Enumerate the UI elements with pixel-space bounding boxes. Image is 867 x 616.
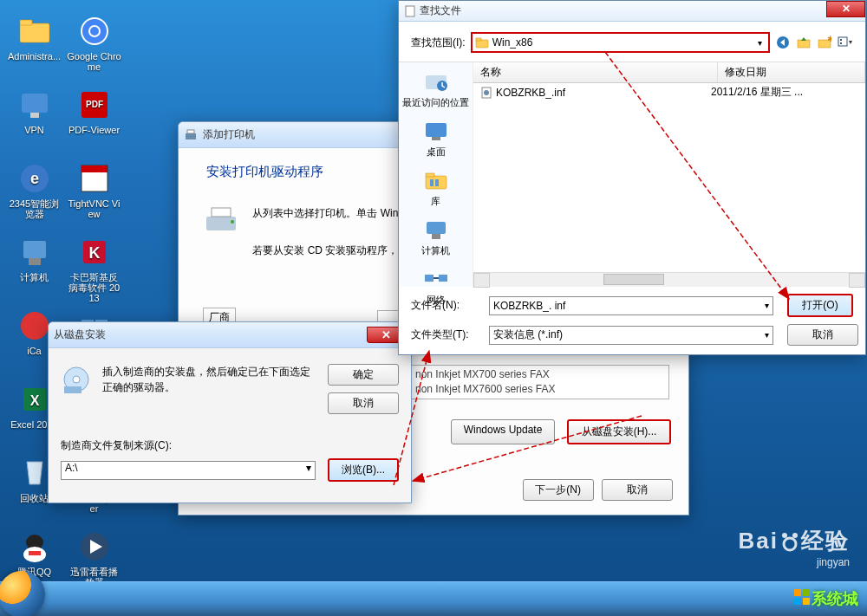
svg-rect-58 [426, 123, 447, 137]
wizard-line1: 从列表中选择打印机。单击 Win [252, 207, 398, 219]
svg-rect-64 [427, 222, 446, 234]
watermark-baidu: Bai经验 jingyan [739, 526, 850, 568]
svg-rect-53 [840, 39, 842, 41]
horizontal-scrollbar[interactable] [473, 272, 865, 287]
filetype-label: 文件类型(T): [411, 327, 480, 342]
desktop-icon[interactable]: Administra... [6, 13, 62, 78]
svg-rect-48 [798, 40, 810, 48]
window-title: 从磁盘安装 [54, 327, 106, 342]
printer-list-item[interactable]: non Inkjet MX700 series FAX [415, 367, 663, 382]
chevron-down-icon[interactable]: ▾ [765, 301, 769, 310]
svg-rect-44 [476, 40, 488, 48]
open-button[interactable]: 打开(O) [787, 294, 853, 317]
svg-text:e: e [29, 170, 38, 187]
column-name[interactable]: 名称 [473, 62, 718, 82]
view-menu-icon[interactable] [838, 35, 853, 50]
cancel-button[interactable]: 取消 [328, 392, 399, 414]
source-combobox[interactable]: A:\▾ [61, 461, 316, 480]
desktop-icon[interactable]: Google Chrome [66, 13, 122, 78]
printer-list-item[interactable]: non Inkjet MX7600 series FAX [415, 382, 663, 397]
up-icon[interactable] [796, 35, 812, 50]
place-libraries[interactable]: 库 [399, 165, 473, 214]
svg-rect-38 [212, 208, 231, 217]
svg-rect-43 [406, 6, 414, 16]
printer-large-icon [203, 204, 239, 237]
filename-label: 文件名(N): [411, 298, 480, 313]
find-file-dialog: 查找文件 ✕ 查找范围(I): Win_x86 ▾ ✱ 最近访问的位置 桌面 库… [398, 0, 866, 355]
window-title: 添加打印机 [203, 127, 255, 142]
list-header[interactable]: 名称 修改日期 [473, 62, 865, 83]
disc-icon [61, 364, 92, 414]
svg-rect-35 [186, 133, 196, 139]
svg-point-41 [73, 376, 80, 383]
filetype-combobox[interactable]: 安装信息 (*.inf)▾ [489, 326, 773, 345]
printer-list[interactable]: non Inkjet MX700 series FAX non Inkjet M… [409, 365, 669, 399]
svg-rect-66 [425, 275, 434, 282]
desktop-icon[interactable]: VPN [6, 87, 62, 152]
filename-combobox[interactable]: KOBZRKB_. inf▾ [489, 296, 773, 315]
svg-rect-67 [439, 275, 447, 282]
titlebar[interactable]: 从磁盘安装 ✕ [49, 322, 411, 348]
svg-rect-30 [29, 551, 41, 555]
ok-button[interactable]: 确定 [328, 364, 399, 386]
chevron-down-icon[interactable]: ▾ [754, 38, 766, 48]
next-button[interactable]: 下一步(N) [523, 479, 594, 501]
svg-text:PDF: PDF [86, 100, 103, 109]
svg-rect-61 [426, 173, 434, 177]
svg-rect-81 [803, 598, 810, 605]
svg-point-70 [484, 90, 489, 95]
svg-rect-45 [476, 38, 481, 41]
lookin-combobox[interactable]: Win_x86 ▾ [471, 32, 770, 53]
svg-rect-80 [794, 598, 801, 605]
svg-text:X: X [29, 393, 39, 408]
lookin-label: 查找范围(I): [411, 36, 466, 50]
cancel-button[interactable]: 取消 [602, 479, 673, 501]
printer-icon [184, 128, 198, 142]
wizard-line2: 若要从安装 CD 安装驱动程序， [252, 244, 398, 256]
close-icon[interactable]: ✕ [826, 1, 865, 17]
place-recent[interactable]: 最近访问的位置 [399, 66, 473, 115]
start-button[interactable] [0, 571, 45, 616]
svg-rect-63 [435, 179, 439, 186]
svg-marker-49 [801, 37, 806, 41]
svg-rect-42 [64, 386, 81, 393]
place-computer[interactable]: 计算机 [399, 214, 473, 263]
desktop-icon[interactable]: e2345智能浏览器 [6, 160, 62, 225]
install-from-disk-dialog: 从磁盘安装 ✕ 插入制造商的安装盘，然后确定已在下面选定正确的驱动器。 确定 取… [48, 321, 412, 503]
svg-rect-0 [20, 23, 49, 42]
desktop-icon[interactable]: K卡巴斯基反病毒软件 2013 [66, 234, 122, 299]
inf-file-icon [480, 87, 492, 99]
folder-icon [475, 36, 489, 49]
svg-rect-54 [840, 42, 842, 44]
svg-rect-79 [803, 589, 810, 596]
svg-point-18 [21, 312, 49, 340]
new-folder-icon[interactable]: ✱ [817, 35, 832, 50]
svg-rect-52 [838, 37, 847, 46]
disk-message: 插入制造商的安装盘，然后确定已在下面选定正确的驱动器。 [102, 364, 310, 414]
cancel-button[interactable]: 取消 [787, 324, 858, 346]
window-title: 查找文件 [420, 3, 461, 18]
back-icon[interactable] [775, 35, 791, 50]
svg-rect-62 [430, 179, 434, 186]
desktop-icon[interactable]: 计算机 [6, 234, 62, 299]
windows-update-button[interactable]: Windows Update [451, 419, 555, 444]
titlebar[interactable]: 查找文件 ✕ [399, 1, 865, 22]
chevron-down-icon[interactable]: ▾ [765, 330, 769, 340]
svg-text:✱: ✱ [827, 36, 831, 43]
place-desktop[interactable]: 桌面 [399, 115, 473, 165]
column-date[interactable]: 修改日期 [718, 62, 865, 82]
file-icon [404, 5, 416, 17]
taskbar[interactable] [0, 581, 867, 616]
install-from-disk-button[interactable]: 从磁盘安装(H)... [567, 419, 671, 444]
desktop-icon[interactable]: TightVNC View [66, 160, 122, 225]
desktop-icon[interactable]: PDFPDF-Viewer [66, 87, 122, 152]
browse-button[interactable]: 浏览(B)... [328, 458, 399, 482]
svg-rect-37 [206, 217, 236, 230]
svg-rect-1 [20, 20, 32, 25]
file-row[interactable]: KOBZRKB_.inf 2011/2/16 星期三 ... [473, 83, 865, 101]
svg-point-39 [231, 220, 234, 224]
svg-rect-65 [432, 234, 440, 239]
svg-text:K: K [88, 244, 100, 262]
watermark-site: 系统城 [792, 587, 858, 609]
svg-rect-14 [23, 241, 46, 258]
